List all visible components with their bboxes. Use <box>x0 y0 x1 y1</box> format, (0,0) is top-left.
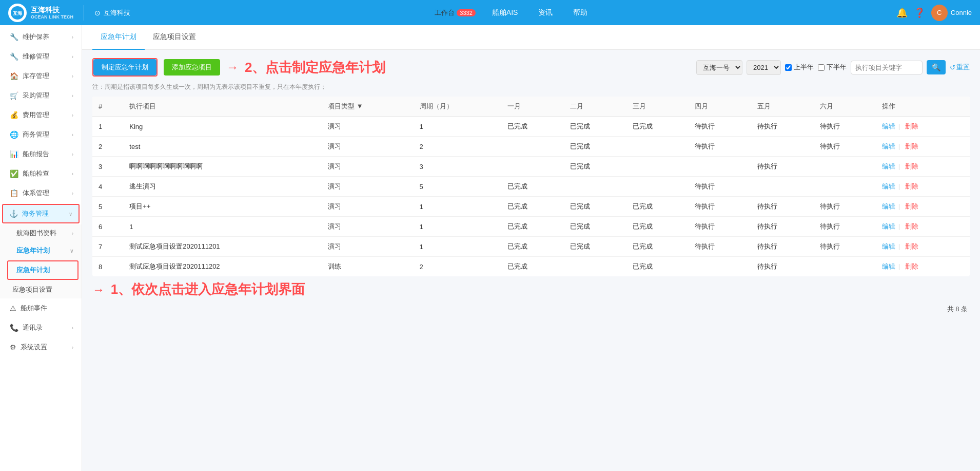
col-action: 操作 <box>876 97 970 117</box>
cell-cycle: 5 <box>414 177 502 197</box>
cell-feb: 已完成 <box>564 117 626 137</box>
col-cycle: 周期（月） <box>414 97 502 117</box>
cell-mar <box>626 137 689 157</box>
delete-action[interactable]: 删除 <box>905 142 918 150</box>
col-feb: 二月 <box>564 97 626 117</box>
nav-breadcrumb: ⊙ 互海科技 <box>94 8 130 17</box>
cell-project: 啊啊啊啊啊啊啊啊啊啊啊 <box>123 157 322 177</box>
first-half-checkbox[interactable] <box>785 64 792 71</box>
cell-type: 演习 <box>322 117 414 137</box>
sidebar-label-ship-inspect: 船舶检查 <box>23 169 49 178</box>
delete-action[interactable]: 删除 <box>905 202 918 210</box>
nav-ship-ais[interactable]: 船舶AIS <box>488 6 522 20</box>
reset-button[interactable]: ↺ 重置 <box>950 63 970 72</box>
toolbar-right: 互海一号 互海二号 2021 2020 上半年 下半年 <box>696 60 970 75</box>
ship-select[interactable]: 互海一号 互海二号 <box>696 60 742 75</box>
cell-action: 编辑 | 删除 <box>876 117 970 137</box>
sidebar-item-finance[interactable]: 💰 费用管理 › <box>0 105 82 125</box>
second-half-checkbox-wrap: 下半年 <box>818 63 847 72</box>
cell-jun: 待执行 <box>814 137 876 157</box>
col-type[interactable]: 项目类型 ▼ <box>322 97 414 117</box>
delete-action[interactable]: 删除 <box>905 262 918 270</box>
sidebar-item-inventory[interactable]: 🏠 库存管理 › <box>0 66 82 86</box>
finance-icon: 💰 <box>10 111 18 119</box>
create-plan-button[interactable]: 制定应急年计划 <box>93 59 156 76</box>
system-mgmt-arrow: › <box>72 191 73 196</box>
sidebar-item-contacts[interactable]: 📞 通讯录 › <box>0 318 82 337</box>
cell-num: 8 <box>92 257 123 277</box>
tab-project-settings[interactable]: 应急项目设置 <box>145 25 204 50</box>
sidebar-item-ship-event[interactable]: ⚠ 船舶事件 <box>0 298 82 318</box>
emergency-annual-label: 应急年计划 <box>16 266 50 275</box>
cell-jan <box>501 137 564 157</box>
delete-action[interactable]: 删除 <box>905 162 918 170</box>
cell-may: 待执行 <box>751 117 814 137</box>
tab-annual-plan[interactable]: 应急年计划 <box>92 25 145 50</box>
cell-mar: 已完成 <box>626 257 689 277</box>
sidebar-item-sea-mgmt[interactable]: ⚓ 海务管理 ∨ <box>2 204 80 223</box>
year-select[interactable]: 2021 2020 <box>747 60 781 75</box>
nav-news[interactable]: 资讯 <box>534 6 557 20</box>
sidebar-item-maintenance[interactable]: 🔧 维护保养 › <box>0 27 82 47</box>
cell-num: 5 <box>92 197 123 217</box>
edit-action[interactable]: 编辑 <box>882 222 895 230</box>
search-button[interactable]: 🔍 <box>927 60 946 74</box>
nav-help[interactable]: 帮助 <box>569 6 592 20</box>
action-divider: | <box>898 262 900 270</box>
cell-type: 演习 <box>322 157 414 177</box>
purchase-arrow: › <box>72 93 73 99</box>
sidebar-item-emergency-project[interactable]: 应急项目设置 <box>4 281 82 298</box>
main-content: 应急年计划 应急项目设置 制定应急年计划 添加应急项目 → 2、点击制定应急年计… <box>82 25 980 471</box>
col-mar: 三月 <box>626 97 689 117</box>
inventory-icon: 🏠 <box>10 72 18 80</box>
nav-workbench[interactable]: 工作台 3332 <box>435 8 475 17</box>
ship-event-icon: ⚠ <box>10 304 16 312</box>
cell-may: 待执行 <box>751 157 814 177</box>
cell-type: 演习 <box>322 197 414 217</box>
cell-type: 演习 <box>322 217 414 237</box>
edit-action[interactable]: 编辑 <box>882 182 895 190</box>
delete-action[interactable]: 删除 <box>905 182 918 190</box>
cell-project: 逃生演习 <box>123 177 322 197</box>
edit-action[interactable]: 编辑 <box>882 242 895 250</box>
edit-action[interactable]: 编辑 <box>882 122 895 130</box>
cell-cycle: 2 <box>414 137 502 157</box>
sidebar-item-ship-inspect[interactable]: ✅ 船舶检查 › <box>0 164 82 183</box>
edit-action[interactable]: 编辑 <box>882 202 895 210</box>
search-input[interactable] <box>851 61 923 74</box>
cell-jun: 待执行 <box>814 197 876 217</box>
sidebar-item-system-settings[interactable]: ⚙ 系统设置 › <box>0 337 82 357</box>
total-count: 共 8 条 <box>947 305 968 314</box>
sidebar-item-purchase[interactable]: 🛒 采购管理 › <box>0 86 82 105</box>
sidebar-item-chart-books[interactable]: 航海图书资料 › <box>0 224 82 242</box>
edit-action[interactable]: 编辑 <box>882 142 895 150</box>
delete-action[interactable]: 删除 <box>905 222 918 230</box>
col-jan: 一月 <box>501 97 564 117</box>
sidebar-item-ship-report[interactable]: 📊 船舶报告 › <box>0 144 82 164</box>
pagination: 共 8 条 <box>92 298 970 320</box>
edit-action[interactable]: 编辑 <box>882 262 895 270</box>
app-logo[interactable]: 互海 互海科技 OCEAN LINK TECH <box>8 4 73 22</box>
cell-jan: 已完成 <box>501 237 564 257</box>
cell-action: 编辑 | 删除 <box>876 217 970 237</box>
question-icon[interactable]: ❓ <box>914 7 925 18</box>
edit-action[interactable]: 编辑 <box>882 162 895 170</box>
sidebar-item-emergency-plan[interactable]: 应急年计划 ∨ <box>0 242 82 259</box>
delete-action[interactable]: 删除 <box>905 242 918 250</box>
cell-project: 测试应急项目设置2020111202 <box>123 257 322 277</box>
cell-feb <box>564 257 626 277</box>
delete-action[interactable]: 删除 <box>905 122 918 130</box>
sidebar-item-emergency-annual[interactable]: 应急年计划 <box>8 261 77 279</box>
cell-jan: 已完成 <box>501 257 564 277</box>
notification-icon[interactable]: 🔔 <box>896 7 908 18</box>
cell-may: 待执行 <box>751 237 814 257</box>
add-item-button[interactable]: 添加应急项目 <box>164 59 220 76</box>
user-menu[interactable]: C Connie <box>931 5 972 21</box>
toolbar: 制定应急年计划 添加应急项目 → 2、点击制定应急年计划 互海一号 互海二号 2… <box>92 58 970 77</box>
second-half-checkbox[interactable] <box>818 64 825 71</box>
sidebar-item-system-mgmt[interactable]: 📋 体系管理 › <box>0 183 82 203</box>
sidebar-item-business[interactable]: 🌐 商务管理 › <box>0 125 82 144</box>
sidebar-item-repair[interactable]: 🔧 维修管理 › <box>0 47 82 66</box>
cell-cycle: 1 <box>414 217 502 237</box>
sidebar: 🔧 维护保养 › 🔧 维修管理 › 🏠 库存管理 › 🛒 采购管理 <box>0 25 82 471</box>
